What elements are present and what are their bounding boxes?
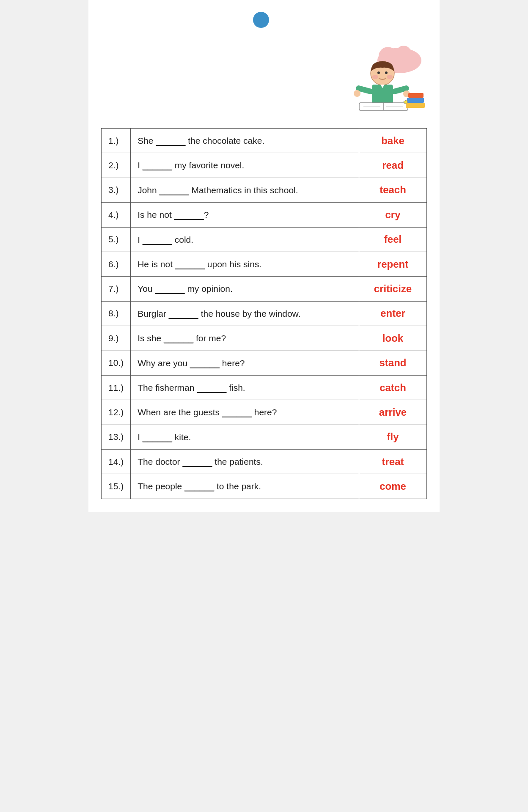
- row-sentence: The fisherman ______ fish.: [131, 375, 359, 400]
- table-row: 7.)You ______ my opinion.criticize: [102, 277, 427, 301]
- table-row: 8.)Burglar ______ the house by the windo…: [102, 301, 427, 326]
- row-sentence: She ______ the chocolate cake.: [131, 129, 359, 153]
- table-row: 14.)The doctor ______ the patients.treat: [102, 450, 427, 474]
- row-sentence: Burglar ______ the house by the window.: [131, 301, 359, 326]
- row-sentence: You ______ my opinion.: [131, 277, 359, 301]
- svg-point-7: [372, 75, 378, 79]
- row-number: 8.): [102, 301, 131, 326]
- row-number: 4.): [102, 203, 131, 227]
- row-number: 11.): [102, 375, 131, 400]
- main-title: [101, 37, 338, 61]
- row-sentence: I ______ cold.: [131, 227, 359, 252]
- row-sentence: I ______ my favorite novel.: [131, 153, 359, 178]
- title-section: [101, 37, 427, 120]
- table-row: 1.)She ______ the chocolate cake.bake: [102, 129, 427, 153]
- svg-rect-20: [408, 93, 424, 98]
- row-answer: arrive: [359, 400, 427, 425]
- row-answer: repent: [359, 252, 427, 276]
- row-answer: come: [359, 474, 427, 499]
- row-answer: read: [359, 153, 427, 178]
- row-number: 12.): [102, 400, 131, 425]
- svg-point-5: [377, 71, 380, 74]
- table-row: 13.)I ______ kite.fly: [102, 425, 427, 449]
- row-number: 3.): [102, 178, 131, 202]
- table-row: 11.)The fisherman ______ fish.catch: [102, 375, 427, 400]
- table-row: 10.)Why are you ______ here?stand: [102, 351, 427, 375]
- row-sentence: John ______ Mathematics in this school.: [131, 178, 359, 202]
- table-row: 5.)I ______ cold.feel: [102, 227, 427, 252]
- row-number: 10.): [102, 351, 131, 375]
- row-number: 14.): [102, 450, 131, 474]
- table-row: 2.)I ______ my favorite novel.read: [102, 153, 427, 178]
- row-answer: criticize: [359, 277, 427, 301]
- row-number: 2.): [102, 153, 131, 178]
- row-sentence: Is he not ______?: [131, 203, 359, 227]
- exercise-table: 1.)She ______ the chocolate cake.bake2.)…: [101, 128, 427, 499]
- table-row: 12.)When are the guests ______ here?arri…: [102, 400, 427, 425]
- page: 1.)She ______ the chocolate cake.bake2.)…: [88, 0, 440, 512]
- table-row: 9.)Is she ______ for me?look: [102, 326, 427, 351]
- logo: [253, 12, 269, 28]
- row-sentence: When are the guests ______ here?: [131, 400, 359, 425]
- svg-point-11: [354, 90, 360, 97]
- table-row: 6.)He is not ______ upon his sins.repent: [102, 252, 427, 276]
- row-answer: feel: [359, 227, 427, 252]
- row-answer: bake: [359, 129, 427, 153]
- row-sentence: The people ______ to the park.: [131, 474, 359, 499]
- row-answer: treat: [359, 450, 427, 474]
- row-number: 15.): [102, 474, 131, 499]
- svg-rect-19: [407, 98, 424, 103]
- row-answer: catch: [359, 375, 427, 400]
- svg-rect-18: [406, 103, 425, 108]
- row-answer: enter: [359, 301, 427, 326]
- svg-point-3: [405, 52, 419, 65]
- header: [101, 8, 427, 33]
- svg-point-6: [385, 71, 388, 74]
- row-number: 5.): [102, 227, 131, 252]
- table-row: 3.)John ______ Mathematics in this schoo…: [102, 178, 427, 202]
- row-sentence: Why are you ______ here?: [131, 351, 359, 375]
- row-number: 9.): [102, 326, 131, 351]
- row-number: 6.): [102, 252, 131, 276]
- row-answer: look: [359, 326, 427, 351]
- row-sentence: Is she ______ for me?: [131, 326, 359, 351]
- row-sentence: The doctor ______ the patients.: [131, 450, 359, 474]
- row-answer: cry: [359, 203, 427, 227]
- row-answer: fly: [359, 425, 427, 449]
- svg-point-8: [387, 75, 393, 79]
- row-sentence: I ______ kite.: [131, 425, 359, 449]
- row-number: 7.): [102, 277, 131, 301]
- row-number: 1.): [102, 129, 131, 153]
- row-sentence: He is not ______ upon his sins.: [131, 252, 359, 276]
- row-answer: stand: [359, 351, 427, 375]
- row-answer: teach: [359, 178, 427, 202]
- illustration: [338, 37, 427, 120]
- table-row: 4.)Is he not ______?cry: [102, 203, 427, 227]
- row-number: 13.): [102, 425, 131, 449]
- table-row: 15.)The people ______ to the park.come: [102, 474, 427, 499]
- illustration-svg: [338, 37, 427, 120]
